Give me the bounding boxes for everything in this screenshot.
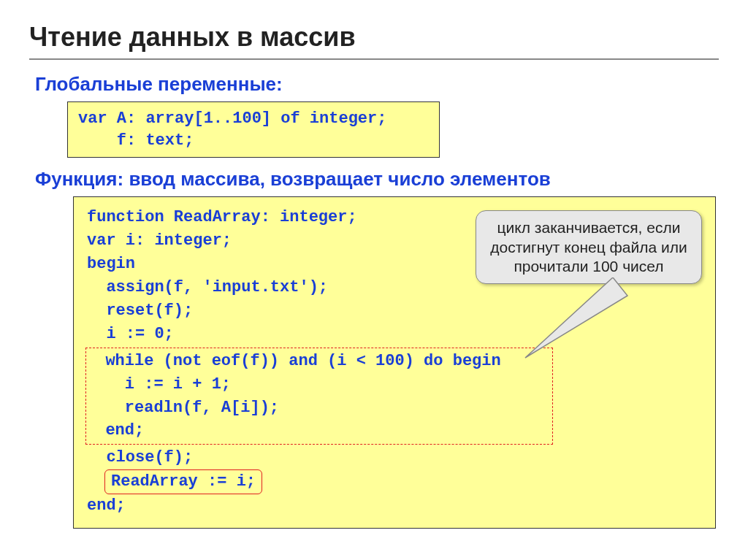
callout-bubble: цикл заканчивается, если достигнут конец…: [476, 210, 702, 284]
svg-marker-0: [525, 277, 627, 358]
highlight-dashed: while (not eof(f)) and (i < 100) do begi…: [85, 348, 553, 445]
highlight-solid: ReadArray := i;: [104, 469, 262, 494]
divider: [29, 58, 719, 60]
page-title: Чтение данных в массив: [29, 22, 719, 53]
code-line: end;: [86, 419, 552, 442]
code-globals: var A: array[1..100] of integer; f: text…: [67, 101, 440, 158]
code-line: ReadArray := i;: [111, 472, 256, 491]
code-line: end;: [87, 494, 702, 518]
code-function-box: цикл заканчивается, если достигнут конец…: [73, 196, 716, 529]
subheading-function: Функция: ввод массива, возвращает число …: [35, 168, 719, 191]
code-line: readln(f, A[i]);: [86, 396, 552, 420]
code-line: while (not eof(f)) and (i < 100) do begi…: [86, 350, 552, 373]
code-line: i := i + 1;: [86, 373, 552, 396]
subheading-globals: Глобальные переменные:: [35, 73, 719, 96]
code-line: close(f);: [87, 446, 702, 469]
